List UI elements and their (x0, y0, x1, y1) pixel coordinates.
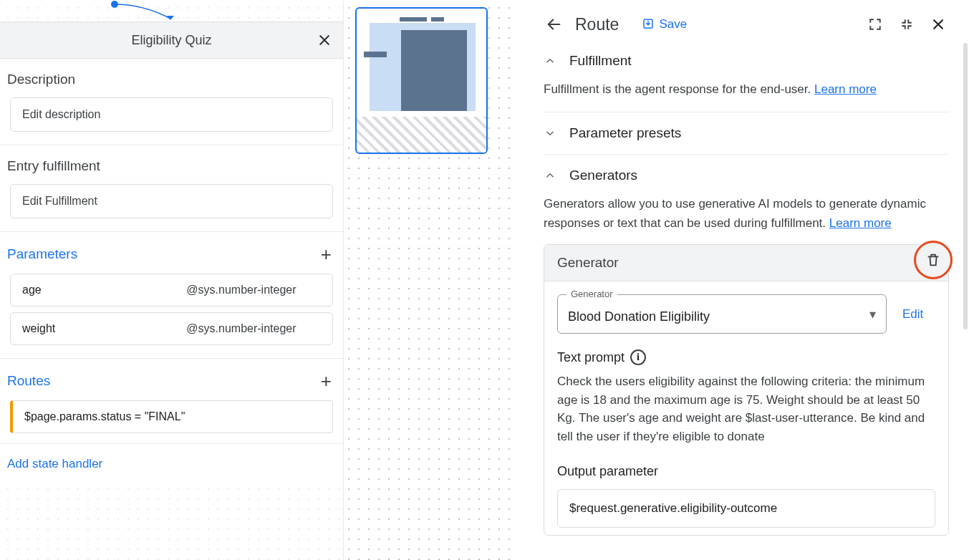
parameter-name: age (22, 284, 186, 296)
route-detail-panel: Route Save Fulfillment (518, 0, 969, 560)
fulfillment-toggle[interactable]: Fulfillment (544, 53, 949, 69)
text-prompt-label: Text prompt (557, 350, 625, 365)
chevron-down-icon (544, 128, 556, 138)
page-title: Eligibility Quiz (131, 33, 211, 48)
route-title: Route (575, 15, 619, 34)
generators-desc: Generators allow you to use generative A… (544, 195, 949, 233)
close-page-button[interactable] (314, 30, 334, 50)
save-button[interactable]: Save (642, 17, 687, 32)
description-section: Description Edit description (0, 59, 343, 145)
output-parameter-label: Output parameter (557, 464, 935, 479)
parameter-name: weight (22, 322, 186, 335)
parameter-presets-heading: Parameter presets (569, 125, 681, 141)
entry-fulfillment-heading: Entry fulfillment (7, 158, 336, 174)
generator-card-title: Generator (557, 255, 619, 271)
add-parameter-button[interactable]: + (317, 245, 336, 264)
scrollbar[interactable] (963, 43, 968, 329)
close-panel-button[interactable] (927, 14, 949, 35)
entry-fulfillment-section: Entry fulfillment Edit Fulfillment (0, 145, 343, 232)
generators-toggle[interactable]: Generators (544, 168, 949, 183)
generator-card: Generator Generator Blood Donation Eligi… (544, 244, 949, 536)
back-arrow-button[interactable] (544, 14, 565, 35)
generator-select-label: Generator (567, 289, 617, 299)
fulfillment-section: Fulfillment Fulfillment is the agent res… (544, 40, 949, 112)
generator-card-header: Generator (544, 245, 948, 281)
generators-learn-more-link[interactable]: Learn more (829, 216, 892, 230)
route-header: Route Save (544, 9, 949, 40)
fullscreen-icon[interactable] (864, 14, 886, 35)
caret-down-icon: ▾ (869, 306, 876, 322)
generators-section: Generators Generators allow you to use g… (544, 155, 949, 546)
add-state-handler-button[interactable]: Add state handler (0, 444, 343, 484)
output-parameter-value[interactable]: $request.generative.eligibility-outcome (557, 489, 935, 528)
parameter-row[interactable]: age @sys.number-integer (10, 274, 333, 306)
chevron-up-icon (544, 56, 556, 66)
delete-generator-button[interactable] (914, 241, 953, 279)
parameters-section: Parameters + age @sys.number-integer wei… (0, 232, 343, 359)
text-prompt-label-row: Text prompt i (557, 349, 935, 365)
canvas-strip (344, 0, 518, 560)
add-route-button[interactable]: + (317, 372, 336, 390)
parameter-type: @sys.number-integer (186, 322, 296, 335)
route-row[interactable]: $page.params.status = "FINAL" (10, 400, 333, 433)
generator-edit-link[interactable]: Edit (902, 307, 923, 322)
flow-connector-area (0, 0, 343, 21)
description-heading: Description (7, 72, 336, 87)
info-icon[interactable]: i (630, 349, 646, 365)
chevron-up-icon (544, 170, 556, 180)
fulfillment-learn-more-link[interactable]: Learn more (814, 82, 877, 96)
fulfillment-heading: Fulfillment (569, 53, 632, 69)
minimap-thumbnail[interactable] (355, 7, 488, 154)
parameters-heading[interactable]: Parameters + (7, 245, 336, 264)
parameter-presets-toggle[interactable]: Parameter presets (544, 125, 949, 141)
parameter-row[interactable]: weight @sys.number-integer (10, 312, 333, 345)
generator-select-value: Blood Donation Eligibility (568, 309, 710, 324)
parameter-presets-section: Parameter presets (544, 112, 949, 155)
edit-description-button[interactable]: Edit description (10, 97, 333, 132)
fulfillment-desc: Fulfillment is the agent response for th… (544, 80, 949, 99)
parameter-type: @sys.number-integer (186, 284, 296, 296)
routes-heading[interactable]: Routes + (7, 372, 336, 390)
generators-heading: Generators (569, 168, 637, 183)
edit-fulfillment-button[interactable]: Edit Fulfillment (10, 184, 333, 218)
text-prompt-content: Check the users eligibility against the … (557, 372, 935, 445)
generator-select[interactable]: Generator Blood Donation Eligibility ▾ (557, 294, 887, 334)
page-editor-panel: Eligibility Quiz Description Edit descri… (0, 0, 344, 560)
exit-fullscreen-icon[interactable] (896, 14, 917, 35)
page-title-bar: Eligibility Quiz (0, 21, 343, 59)
routes-section: Routes + $page.params.status = "FINAL" (0, 359, 343, 444)
